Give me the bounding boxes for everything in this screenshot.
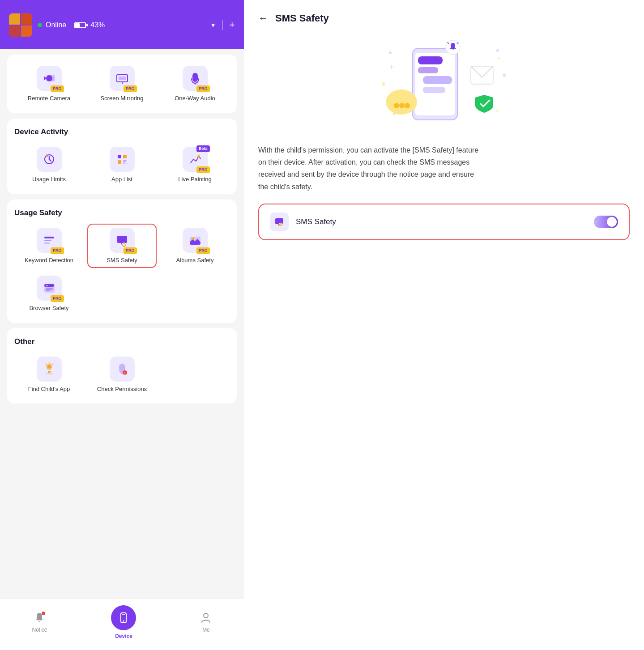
check-permissions-label: Check Permissions (97, 386, 147, 393)
media-card: PRO Remote Camera PRO (7, 55, 237, 113)
left-content: PRO Remote Camera PRO (0, 49, 244, 599)
svg-point-20 (192, 238, 194, 240)
one-way-audio-label: One-Way Audio (175, 95, 215, 102)
svg-rect-52 (471, 66, 493, 84)
live-painting-label: Live Painting (178, 176, 211, 183)
feature-check-permissions[interactable]: ! Check Permissions (87, 353, 157, 397)
device-activity-title: Device Activity (14, 127, 230, 136)
feature-browser-safety[interactable]: PRO Browser Safety (14, 272, 84, 316)
usage-limits-label: Usage Limits (32, 176, 66, 183)
feature-sms-safety[interactable]: PRO SMS Safety (87, 224, 157, 268)
live-painting-beta-badge: Beta (196, 145, 210, 152)
device-activity-card: Device Activity Usage Limits (7, 119, 237, 194)
svg-line-30 (52, 364, 53, 365)
svg-rect-10 (118, 160, 121, 164)
svg-rect-46 (418, 67, 438, 73)
battery-container: 43% (74, 21, 105, 29)
feature-one-way-audio[interactable]: PRO One-Way Audio (160, 62, 230, 106)
back-button[interactable]: ← (258, 13, 268, 24)
feature-usage-limits[interactable]: Usage Limits (14, 143, 84, 187)
usage-safety-grid: PRO Keyword Detection (14, 224, 230, 268)
other-card: Other (7, 328, 237, 404)
add-icon[interactable]: + (229, 19, 235, 31)
feature-find-childs-app[interactable]: Find Child's App (14, 353, 84, 397)
svg-point-35 (123, 620, 124, 622)
app-logo (9, 13, 32, 37)
usage-safety-card: Usage Safety PRO Keyword Detecti (7, 200, 237, 323)
toggle-sms-icon (270, 212, 289, 231)
feature-screen-mirroring[interactable]: PRO Screen Mirroring (87, 62, 157, 106)
svg-rect-23 (46, 285, 48, 286)
svg-rect-48 (423, 87, 445, 93)
toggle-sms-label: SMS Safety (296, 217, 587, 226)
browser-safety-label: Browser Safety (29, 305, 68, 312)
svg-rect-45 (418, 56, 443, 64)
other-title: Other (14, 337, 230, 346)
usage-safety-title: Usage Safety (14, 208, 230, 217)
app-header: Online 43% ▼ + (0, 0, 244, 49)
feature-remote-camera[interactable]: PRO Remote Camera (14, 62, 84, 106)
feature-albums-safety[interactable]: PRO Albums Safety (160, 224, 230, 268)
svg-point-39 (496, 49, 499, 52)
svg-text:+: + (389, 63, 394, 72)
browser-safety-pro-badge: PRO (51, 295, 64, 302)
nav-me[interactable]: Me (191, 610, 221, 635)
svg-point-57 (394, 103, 399, 108)
sms-safety-toggle-card: SMS Safety (258, 204, 630, 240)
svg-rect-8 (118, 155, 121, 158)
feature-live-painting[interactable]: Beta PRO Live Painting (160, 143, 230, 187)
svg-point-58 (399, 103, 405, 108)
nav-device-label: Device (115, 633, 132, 639)
device-nav-circle (111, 605, 136, 630)
svg-point-56 (386, 89, 417, 115)
right-panel: ← SMS Safety (244, 0, 644, 650)
feature-keyword-detection[interactable]: PRO Keyword Detection (14, 224, 84, 268)
sms-safety-label: SMS Safety (107, 257, 137, 264)
nav-notice[interactable]: Notice (23, 610, 56, 635)
remote-camera-pro-badge: PRO (51, 85, 64, 92)
svg-point-12 (197, 155, 200, 158)
bottom-navigation: Notice Device Me (0, 599, 244, 650)
screen-mirroring-label: Screen Mirroring (100, 95, 143, 102)
dropdown-icon[interactable]: ▼ (210, 21, 216, 29)
live-painting-pro-badge: PRO (196, 166, 210, 173)
keyword-detection-label: Keyword Detection (25, 257, 73, 264)
feature-app-list[interactable]: App List (87, 143, 157, 187)
sms-safety-toggle[interactable] (594, 216, 618, 228)
device-activity-grid: Usage Limits (14, 143, 230, 187)
svg-point-59 (405, 103, 410, 108)
svg-rect-13 (44, 237, 54, 238)
toggle-knob (607, 217, 617, 227)
nav-device[interactable]: Device (102, 603, 145, 641)
svg-rect-25 (46, 290, 50, 291)
remote-camera-label: Remote Camera (28, 95, 70, 102)
sms-illustration: + + (377, 39, 511, 129)
svg-point-28 (47, 365, 52, 370)
online-label: Online (46, 21, 66, 29)
app-list-label: App List (111, 176, 132, 183)
header-status: Online 43% ▼ + (38, 19, 235, 31)
svg-point-18 (124, 245, 124, 246)
usage-safety-row2: PRO Browser Safety (14, 272, 230, 316)
find-childs-app-label: Find Child's App (28, 386, 70, 393)
svg-point-37 (204, 613, 208, 618)
albums-safety-label: Albums Safety (176, 257, 214, 264)
svg-point-42 (496, 110, 499, 112)
svg-text:+: + (497, 55, 501, 62)
screen-mirroring-pro-badge: PRO (124, 85, 137, 92)
svg-rect-9 (123, 155, 127, 158)
one-way-audio-pro-badge: PRO (196, 85, 210, 92)
battery-icon (74, 22, 88, 28)
svg-point-40 (382, 82, 385, 86)
svg-rect-14 (44, 240, 51, 241)
svg-text:!: ! (124, 371, 125, 375)
detail-header: ← SMS Safety (258, 13, 630, 24)
nav-me-label: Me (202, 627, 210, 633)
nav-notice-label: Notice (32, 627, 47, 633)
online-indicator (38, 23, 42, 27)
svg-point-41 (503, 73, 506, 77)
svg-point-38 (389, 51, 392, 54)
media-grid: PRO Remote Camera PRO (14, 62, 230, 106)
battery-level: 43% (90, 21, 105, 29)
sms-illustration-area: + + (258, 35, 630, 133)
